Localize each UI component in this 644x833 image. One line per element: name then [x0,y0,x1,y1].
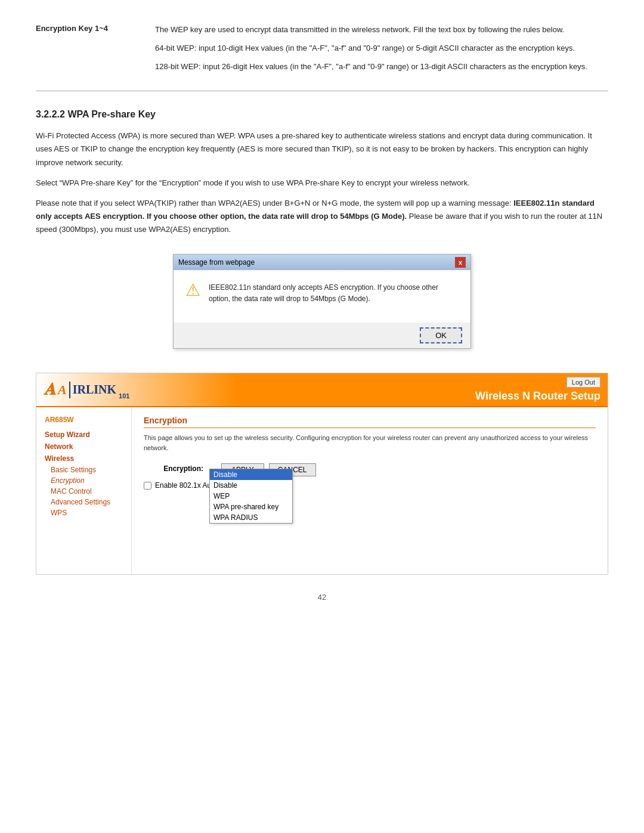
router-title: Wireless N Router Setup [475,390,600,402]
logo-bar [69,382,70,398]
content-title: Encryption [144,416,596,428]
dialog-box: Message from webpage x ⚠ IEEE802.11n sta… [173,254,471,349]
content-desc: This page allows you to set up the wirel… [144,433,596,453]
encryption-key-row: Encryption Key 1~4 The WEP key are used … [36,24,608,91]
logo-101: 101 [119,392,129,400]
dialog-ok-button[interactable]: OK [420,327,462,343]
sidebar-sublink-mac-control[interactable]: MAC Control [36,486,131,497]
encryption-key-label: Encryption Key 1~4 [36,24,131,79]
page-number: 42 [36,593,608,602]
warning-icon: ⚠ [185,282,200,299]
dialog-close-button[interactable]: x [455,257,466,268]
enc-desc2: 64-bit WEP: input 10-digit Hex values (i… [155,42,608,55]
wpa-para2: Select “WPA Pre-share Key” for the “Encr… [36,176,608,190]
encryption-key-section: Encryption Key 1~4 The WEP key are used … [36,24,608,91]
logo-irlink: IRLINK [73,383,116,397]
para3-prefix: Please note that if you select WPA(TKIP)… [36,199,513,208]
dialog-titlebar: Message from webpage x [174,255,470,270]
dialog-message-row: ⚠ IEEE802.11n standard only accepts AES … [185,282,459,305]
wpa-para1: Wi-Fi Protected Access (WPA) is more sec… [36,129,608,169]
logout-button[interactable]: Log Out [566,377,600,388]
dropdown-option-wep[interactable]: WEP [210,491,292,501]
sidebar-item-setup-wizard[interactable]: Setup Wizard [36,429,131,441]
dialog-body: ⚠ IEEE802.11n standard only accepts AES … [174,270,470,323]
logo-a-letter: A [58,382,67,398]
sidebar-sublink-advanced-settings[interactable]: Advanced Settings [36,497,131,507]
encryption-form-row: Encryption: DisableWEPWPA pre-shared key… [144,461,596,476]
router-logo: 𝐀 A IRLINK 101 [44,380,129,400]
router-title-right: Log Out Wireless N Router Setup [475,377,600,402]
sidebar-model: AR685W [36,413,131,429]
sidebar-sublink-encryption[interactable]: Encryption [36,475,131,486]
encryption-label: Encryption: [144,465,203,473]
router-sidebar: AR685W Setup Wizard Network Wireless Bas… [36,407,132,574]
sidebar-item-network[interactable]: Network [36,441,131,453]
dialog-wrapper: Message from webpage x ⚠ IEEE802.11n sta… [36,254,608,349]
router-body: AR685W Setup Wizard Network Wireless Bas… [36,407,608,574]
wpa-section: 3.2.2.2 WPA Pre-share Key Wi-Fi Protecte… [36,109,608,236]
dropdown-option-disable2[interactable]: Disable [210,480,292,491]
router-header: 𝐀 A IRLINK 101 Log Out Wireless N Router… [36,373,608,407]
encryption-key-content: The WEP key are used to encrypt data tra… [155,24,608,79]
logo-a: 𝐀 [44,380,55,400]
sidebar-item-wireless[interactable]: Wireless [36,453,131,465]
wpa-heading: 3.2.2.2 WPA Pre-share Key [36,109,608,120]
enable-8021x-checkbox[interactable] [144,482,151,490]
enc-desc1: The WEP key are used to encrypt data tra… [155,24,608,36]
dropdown-option-disable[interactable]: Disable [210,469,292,480]
sidebar-sublink-basic-settings[interactable]: Basic Settings [36,465,131,475]
enc-desc3: 128-bit WEP: input 26-digit Hex values (… [155,61,608,73]
dropdown-option-wpa-radius[interactable]: WPA RADIUS [210,512,292,523]
dialog-title: Message from webpage [178,258,255,267]
encryption-dropdown[interactable]: Disable Disable WEP WPA pre-shared key W… [209,469,293,524]
dialog-footer: OK [174,323,470,348]
wpa-para3: Please note that if you select WPA(TKIP)… [36,197,608,236]
router-ui: 𝐀 A IRLINK 101 Log Out Wireless N Router… [36,373,608,575]
dropdown-option-wpa-psk[interactable]: WPA pre-shared key [210,501,292,512]
router-content: Encryption This page allows you to set u… [132,407,608,574]
dialog-message-text: IEEE802.11n standard only accepts AES en… [209,282,459,305]
sidebar-sublink-wps[interactable]: WPS [36,507,131,518]
